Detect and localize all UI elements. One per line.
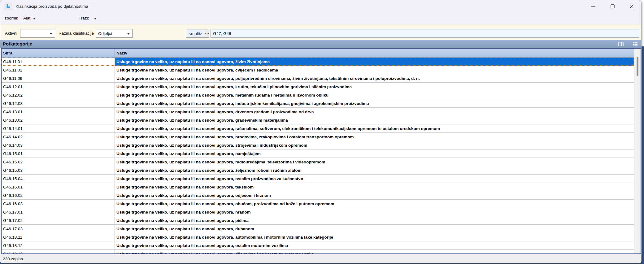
table-row[interactable]: G46.17.01 Usluge trgovine na veliko, uz …: [2, 208, 634, 216]
cell-sifra: G46.12.02: [2, 91, 115, 99]
app-window: Klasifikacija proizvoda po djelatnostima…: [0, 0, 642, 263]
cell-naziv: Usluge trgovine na veliko, uz naplatu il…: [115, 191, 634, 199]
cell-sifra: G46.16.03: [2, 200, 115, 208]
cell-naziv: Usluge trgovine na veliko, uz naplatu il…: [115, 58, 634, 66]
cell-naziv: Usluge trgovine na veliko, uz naplatu il…: [115, 116, 634, 124]
vertical-scrollbar[interactable]: [634, 49, 641, 253]
maximize-button[interactable]: [603, 0, 622, 12]
scrollbar-thumb[interactable]: [637, 57, 638, 76]
search-dropdown-toggle[interactable]: [94, 12, 97, 24]
cell-naziv: Usluge trgovine na veliko, uz naplatu il…: [115, 74, 634, 82]
cell-naziv: Usluge trgovine na veliko, uz naplatu il…: [115, 99, 634, 107]
table-row[interactable]: G46.13.02 Usluge trgovine na veliko, uz …: [2, 116, 634, 124]
cell-naziv: Usluge trgovine na veliko, uz naplatu il…: [115, 250, 634, 253]
table-row[interactable]: G46.18.11 Usluge trgovine na veliko, uz …: [2, 233, 634, 241]
table-row[interactable]: G46.11.09 Usluge trgovine na veliko, uz …: [2, 74, 634, 83]
cell-sifra: G46.12.03: [2, 99, 115, 107]
table-row[interactable]: G46.11.01 Usluge trgovine na veliko, uz …: [2, 58, 634, 66]
window-title: Klasifikacija proizvoda po djelatnostima: [15, 4, 88, 9]
cell-sifra: G46.18.13: [2, 250, 115, 253]
cell-sifra: G46.15.01: [2, 149, 115, 158]
title-bar: Klasifikacija proizvoda po djelatnostima: [0, 0, 641, 12]
chevron-down-icon: [94, 18, 97, 19]
table-row[interactable]: G46.15.04 Usluge trgovine na veliko, uz …: [2, 175, 634, 183]
chevron-down-icon: [50, 33, 52, 35]
column-header-naziv[interactable]: Naziv: [115, 49, 634, 57]
table-row[interactable]: G46.16.01 Usluge trgovine na veliko, uz …: [2, 183, 634, 191]
table-row[interactable]: G46.16.02 Usluge trgovine na veliko, uz …: [2, 191, 634, 200]
table-row[interactable]: G46.16.03 Usluge trgovine na veliko, uz …: [2, 200, 634, 208]
table-row[interactable]: G46.14.02 Usluge trgovine na veliko, uz …: [2, 133, 634, 141]
cell-naziv: Usluge trgovine na veliko, uz naplatu il…: [115, 149, 634, 158]
grid-header-row: Šifra Naziv: [2, 49, 634, 58]
cell-naziv: Usluge trgovine na veliko, uz naplatu il…: [115, 166, 634, 174]
search-menu-label: Traži:: [79, 12, 89, 24]
chevron-down-icon: [127, 33, 130, 35]
cell-sifra: G46.11.02: [2, 66, 115, 74]
cell-sifra: G46.18.11: [2, 233, 115, 241]
cell-sifra: G46.14.02: [2, 133, 115, 141]
cell-naziv: Usluge trgovine na veliko, uz naplatu il…: [115, 233, 634, 241]
table-row[interactable]: G46.12.01 Usluge trgovine na veliko, uz …: [2, 83, 634, 91]
table-row[interactable]: G46.17.02 Usluge trgovine na veliko, uz …: [2, 216, 634, 225]
cell-sifra: G46.15.02: [2, 158, 115, 166]
cell-sifra: G46.15.04: [2, 175, 115, 183]
aktivni-select[interactable]: [20, 29, 55, 38]
table-row[interactable]: G46.14.03 Usluge trgovine na veliko, uz …: [2, 141, 634, 149]
multi-select-group: <multi> ...: [186, 29, 209, 38]
cell-naziv: Usluge trgovine na veliko, uz naplatu il…: [115, 200, 634, 208]
menu-bar: Izbornik Alati Traži:: [0, 12, 641, 24]
table-row[interactable]: G46.13.01 Usluge trgovine na veliko, uz …: [2, 108, 634, 116]
panel-title: Potkategorije: [3, 40, 32, 48]
aktivni-label: Aktivni: [5, 29, 17, 38]
table-row[interactable]: G46.11.02 Usluge trgovine na veliko, uz …: [2, 66, 634, 74]
cell-sifra: G46.15.03: [2, 166, 115, 174]
cell-naziv: Usluge trgovine na veliko, uz naplatu il…: [115, 183, 634, 191]
cell-naziv: Usluge trgovine na veliko, uz naplatu il…: [115, 141, 634, 149]
table-row[interactable]: G46.18.12 Usluge trgovine na veliko, uz …: [2, 241, 634, 250]
cell-naziv: Usluge trgovine na veliko, uz naplatu il…: [115, 66, 634, 74]
chevron-down-icon: [33, 18, 36, 19]
ellipsis-button[interactable]: ...: [205, 29, 209, 37]
cell-naziv: Usluge trgovine na veliko, uz naplatu il…: [115, 124, 634, 132]
table-row[interactable]: G46.15.01 Usluge trgovine na veliko, uz …: [2, 149, 634, 158]
app-logo-l-icon: [4, 2, 12, 10]
cell-sifra: G46.11.01: [2, 58, 115, 66]
list-view-icon[interactable]: [632, 41, 638, 47]
cell-naziv: Usluge trgovine na veliko, uz naplatu il…: [115, 133, 634, 141]
cell-naziv: Usluge trgovine na veliko, uz naplatu il…: [115, 208, 634, 216]
table-row[interactable]: G46.12.02 Usluge trgovine na veliko, uz …: [2, 91, 634, 99]
menu-alati[interactable]: Alati: [23, 12, 36, 24]
cell-naziv: Usluge trgovine na veliko, uz naplatu il…: [115, 216, 634, 224]
column-header-sifra[interactable]: Šifra: [2, 49, 115, 57]
cell-naziv: Usluge trgovine na veliko, uz naplatu il…: [115, 158, 634, 166]
cell-sifra: G46.11.09: [2, 74, 115, 82]
table-row[interactable]: G46.15.02 Usluge trgovine na veliko, uz …: [2, 158, 634, 166]
filter-toolbar: Aktivni Razina klasifikacije Odjeljci <m…: [0, 24, 641, 40]
cell-sifra: G46.16.01: [2, 183, 115, 191]
cell-sifra: G46.14.01: [2, 124, 115, 132]
cell-naziv: Usluge trgovine na veliko, uz naplatu il…: [115, 83, 634, 91]
cell-naziv: Usluge trgovine na veliko, uz naplatu il…: [115, 108, 634, 116]
record-count: 230 zapisa: [3, 257, 23, 261]
table-row[interactable]: G46.12.03 Usluge trgovine na veliko, uz …: [2, 99, 634, 108]
razina-select[interactable]: Odjeljci: [96, 29, 133, 38]
table-row[interactable]: G46.18.13 Usluge trgovine na veliko, uz …: [2, 250, 634, 253]
codes-filter-input[interactable]: [211, 29, 639, 38]
cell-sifra: G46.13.02: [2, 116, 115, 124]
cell-sifra: G46.16.02: [2, 191, 115, 199]
table-row[interactable]: G46.14.01 Usluge trgovine na veliko, uz …: [2, 124, 634, 133]
menu-izbornik[interactable]: Izbornik: [3, 12, 18, 24]
card-view-icon[interactable]: [618, 41, 624, 47]
cell-naziv: Usluge trgovine na veliko, uz naplatu il…: [115, 241, 634, 249]
table-row[interactable]: G46.17.03 Usluge trgovine na veliko, uz …: [2, 225, 634, 233]
table-row[interactable]: G46.15.03 Usluge trgovine na veliko, uz …: [2, 166, 634, 175]
cell-sifra: G46.17.02: [2, 216, 115, 224]
cell-naziv: Usluge trgovine na veliko, uz naplatu il…: [115, 225, 634, 233]
close-button[interactable]: [622, 0, 641, 12]
cell-naziv: Usluge trgovine na veliko, uz naplatu il…: [115, 175, 634, 183]
cell-sifra: G46.17.03: [2, 225, 115, 233]
minimize-button[interactable]: [584, 0, 603, 12]
multi-value[interactable]: <multi>: [186, 29, 205, 37]
grid-body: G46.11.01 Usluge trgovine na veliko, uz …: [2, 58, 634, 253]
